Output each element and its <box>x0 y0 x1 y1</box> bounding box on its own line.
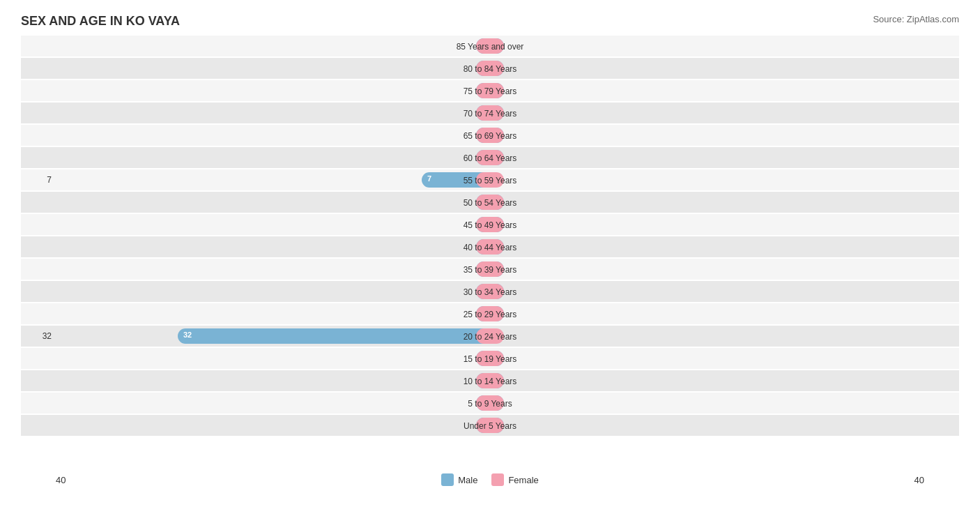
bars-wrap: 15 to 19 Years <box>56 351 924 366</box>
female-bar <box>476 261 504 277</box>
bars-wrap: 32 20 to 24 Years <box>56 328 924 344</box>
chart-row: 70 to 74 Years <box>21 103 959 123</box>
chart-row: 45 to 49 Years <box>21 214 959 235</box>
bar-section: 70 to 74 Years <box>56 103 924 123</box>
chart-title: SEX AND AGE IN KO VAYA <box>21 14 959 29</box>
legend-male: Male <box>441 473 477 486</box>
bar-section: 7 55 to 59 Years <box>56 169 924 190</box>
bar-section: 32 20 to 24 Years <box>56 326 924 347</box>
chart-row: 15 to 19 Years <box>21 348 959 369</box>
chart-area: 85 Years and over 80 to 84 Years <box>21 36 959 468</box>
female-bar <box>476 284 504 299</box>
bars-wrap: 5 to 9 Years <box>56 395 924 411</box>
bar-section: 60 to 64 Years <box>56 147 924 168</box>
bar-section: 15 to 19 Years <box>56 348 924 369</box>
bars-wrap: 30 to 34 Years <box>56 284 924 299</box>
bars-wrap: 10 to 14 Years <box>56 373 924 388</box>
left-value: 7 <box>21 175 56 185</box>
chart-row: 60 to 64 Years <box>21 147 959 168</box>
chart-row: 80 to 84 Years <box>21 58 959 79</box>
chart-row: 5 to 9 Years <box>21 393 959 413</box>
bars-wrap: 60 to 64 Years <box>56 150 924 165</box>
female-bar <box>476 239 504 255</box>
bars-wrap: 45 to 49 Years <box>56 217 924 232</box>
chart-row: 35 to 39 Years <box>21 259 959 280</box>
female-bar <box>476 395 504 411</box>
chart-row: 32 32 20 to 24 Years <box>21 326 959 347</box>
left-value: 32 <box>21 331 56 341</box>
bar-section: 35 to 39 Years <box>56 259 924 280</box>
bars-wrap: 75 to 79 Years <box>56 83 924 98</box>
female-bar <box>476 150 504 165</box>
female-bar <box>476 418 504 433</box>
bar-section: 75 to 79 Years <box>56 80 924 101</box>
chart-row: 7 7 55 to 59 Years <box>21 169 959 190</box>
female-bar <box>476 105 504 121</box>
female-bar <box>476 373 504 388</box>
bar-section: 40 to 44 Years <box>56 236 924 257</box>
female-bar <box>476 172 504 188</box>
male-bar: 32 <box>178 328 490 344</box>
female-bar <box>476 328 504 344</box>
legend-female-label: Female <box>508 475 538 485</box>
bars-wrap: 7 55 to 59 Years <box>56 172 924 188</box>
chart-row: 85 Years and over <box>21 36 959 56</box>
bars-wrap: 65 to 69 Years <box>56 128 924 143</box>
axis-right-label: 40 <box>914 475 924 485</box>
legend-male-label: Male <box>458 475 477 485</box>
chart-container: SEX AND AGE IN KO VAYA Source: ZipAtlas.… <box>0 0 980 516</box>
bars-wrap: 25 to 29 Years <box>56 306 924 321</box>
bars-wrap: 40 to 44 Years <box>56 239 924 255</box>
chart-row: 50 to 54 Years <box>21 192 959 213</box>
bar-section: 85 Years and over <box>56 36 924 56</box>
legend: Male Female <box>441 473 539 486</box>
bar-section: 65 to 69 Years <box>56 125 924 146</box>
bar-section: 5 to 9 Years <box>56 393 924 413</box>
bars-wrap: 50 to 54 Years <box>56 195 924 210</box>
female-bar <box>476 38 504 54</box>
axis-left-label: 40 <box>56 475 66 485</box>
chart-row: 30 to 34 Years <box>21 281 959 302</box>
bar-section: Under 5 Years <box>56 415 924 436</box>
female-bar <box>476 306 504 321</box>
chart-row: 25 to 29 Years <box>21 303 959 324</box>
female-bar <box>476 128 504 143</box>
female-bar <box>476 217 504 232</box>
chart-row: 40 to 44 Years <box>21 236 959 257</box>
chart-row: 75 to 79 Years <box>21 80 959 101</box>
chart-row: 10 to 14 Years <box>21 370 959 391</box>
chart-row: 65 to 69 Years <box>21 125 959 146</box>
female-bar <box>476 351 504 366</box>
legend-female-box <box>491 473 504 486</box>
female-bar <box>476 195 504 210</box>
legend-male-box <box>441 473 454 486</box>
bars-wrap: 35 to 39 Years <box>56 261 924 277</box>
bar-section: 45 to 49 Years <box>56 214 924 235</box>
chart-row: Under 5 Years <box>21 415 959 436</box>
chart-footer: 40 Male Female 40 <box>21 473 959 486</box>
bar-section: 25 to 29 Years <box>56 303 924 324</box>
bars-wrap: 70 to 74 Years <box>56 105 924 121</box>
bars-wrap: 80 to 84 Years <box>56 61 924 76</box>
legend-female: Female <box>491 473 538 486</box>
bar-section: 80 to 84 Years <box>56 58 924 79</box>
female-bar <box>476 83 504 98</box>
source-text: Source: ZipAtlas.com <box>873 14 959 24</box>
bars-wrap: 85 Years and over <box>56 38 924 54</box>
bar-section: 50 to 54 Years <box>56 192 924 213</box>
bar-section: 30 to 34 Years <box>56 281 924 302</box>
bars-wrap: Under 5 Years <box>56 418 924 433</box>
female-bar <box>476 61 504 76</box>
bar-section: 10 to 14 Years <box>56 370 924 391</box>
